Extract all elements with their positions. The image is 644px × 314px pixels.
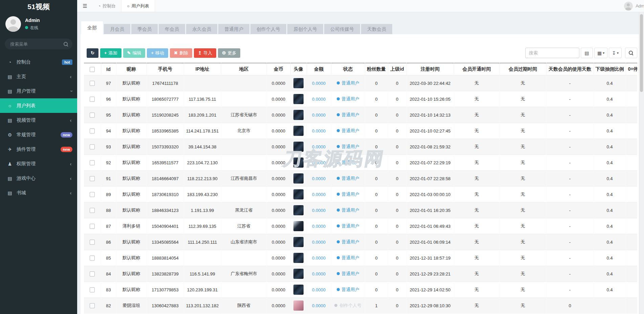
scrollbar-thumb[interactable] (640, 14, 643, 92)
filter-tab-2[interactable]: 季会员 (131, 24, 158, 34)
sidebar-search-input[interactable] (5, 39, 72, 49)
sidebar-item-permission-mgmt[interactable]: ♟权限管理 (0, 156, 77, 171)
status-badge[interactable]: 普通用户 (337, 208, 359, 213)
row-checkbox[interactable] (90, 287, 95, 292)
money-link[interactable]: 0.0000 (312, 208, 326, 213)
money-link[interactable]: 0.0000 (312, 287, 326, 292)
row-checkbox[interactable] (90, 271, 95, 276)
toolbar: ↻+添加✎编辑+移动✖删除↥导入⚙更多 ▤▦↧ (84, 48, 637, 58)
status-badge[interactable]: 普通用户 (337, 192, 359, 197)
tab-user-list[interactable]: ○用户列表 (121, 0, 155, 12)
status-badge[interactable]: 普通用户 (337, 128, 359, 133)
cell-value: 0 (396, 128, 398, 134)
delete-button[interactable]: ✖删除 (170, 48, 192, 58)
row-checkbox[interactable] (90, 303, 95, 308)
row-checkbox[interactable] (90, 144, 95, 149)
cell-value: 0.4 (606, 160, 613, 165)
cell-value: 2022-01-07 22:28:58 (410, 176, 451, 181)
cell-id: 88 (101, 202, 116, 218)
view-list-button[interactable]: ▤ (581, 48, 593, 58)
status-badge[interactable]: 普通用户 (337, 160, 359, 165)
cell-avatar (290, 123, 307, 139)
hamburger-menu-icon[interactable]: ☰ (77, 0, 93, 12)
money-link[interactable]: 0.0000 (312, 224, 326, 229)
money-link[interactable]: 0.0000 (312, 176, 326, 181)
more-button[interactable]: ⚙更多 (218, 48, 241, 58)
money-link[interactable]: 0.0000 (312, 192, 326, 197)
sidebar-item-dashboard[interactable]: ◔控制台hot (0, 55, 77, 69)
status-badge[interactable]: 创作个人号 (334, 303, 361, 308)
row-checkbox[interactable] (90, 176, 95, 181)
sidebar-item-game-center[interactable]: ▤游戏中心 (0, 171, 77, 186)
vertical-scrollbar[interactable] (639, 12, 644, 314)
money-link[interactable]: 0.0000 (312, 97, 326, 102)
cell-use_days: - (546, 155, 594, 171)
cell-value: 2022-01-03 00:00:10 (410, 192, 451, 197)
filter-tab-3[interactable]: 年会员 (159, 24, 185, 34)
money-link[interactable]: 0.0000 (312, 160, 326, 165)
cell-value: 无 (474, 176, 479, 181)
import-button[interactable]: ↥导入 (194, 48, 216, 58)
search-go-button[interactable] (625, 48, 637, 58)
status-badge[interactable]: 普通用户 (337, 255, 359, 260)
table-search-input[interactable] (525, 48, 579, 58)
topbar-user[interactable]: Admin (624, 0, 644, 12)
filter-tab-9[interactable]: 天数会员 (361, 24, 392, 34)
status-badge[interactable]: 普通用户 (337, 80, 359, 86)
sidebar-item-book-city[interactable]: ▤书城 (0, 186, 77, 200)
sidebar-item-user-list[interactable]: ○用户列表 (0, 98, 77, 113)
money-link[interactable]: 0.0000 (312, 128, 326, 134)
cell-phone: 17674111178 (147, 75, 184, 91)
row-checkbox[interactable] (90, 224, 95, 229)
status-badge[interactable]: 普通用户 (337, 223, 359, 228)
money-link[interactable]: 0.0000 (312, 271, 326, 276)
money-link[interactable]: 0.0000 (312, 81, 326, 86)
sidebar-item-home[interactable]: ▤主页 (0, 69, 77, 84)
row-checkbox[interactable] (90, 128, 95, 134)
row-checkbox[interactable] (90, 81, 95, 86)
filter-tab-1[interactable]: 月会员 (104, 24, 130, 34)
money-link[interactable]: 0.0000 (312, 256, 326, 261)
view-grid-button[interactable]: ▦ (594, 48, 607, 58)
status-badge[interactable]: 普通用户 (337, 176, 359, 181)
filter-tab-7[interactable]: 原创个人号 (287, 24, 323, 34)
tab-console[interactable]: ◔控制台 (93, 0, 121, 12)
refresh-button[interactable]: ↻ (87, 48, 98, 58)
money-link[interactable]: 0.0000 (312, 144, 326, 149)
money-link[interactable]: 0.0000 (312, 240, 326, 245)
row-checkbox[interactable] (90, 160, 95, 165)
status-badge[interactable]: 普通用户 (337, 287, 359, 292)
cell-nickname: 默认昵称 (116, 234, 147, 250)
add-button[interactable]: +添加 (100, 48, 121, 58)
select-all-checkbox[interactable] (90, 67, 95, 72)
filter-tab-6[interactable]: 创作个人号 (250, 24, 286, 34)
cell-reg_time: 2022-01-01 16:20:35 (406, 202, 454, 218)
status-dot-icon (337, 129, 340, 132)
filter-tab-0[interactable]: 全部 (81, 21, 103, 34)
money-link[interactable]: 0.0000 (312, 303, 326, 308)
status-badge[interactable]: 普通用户 (337, 239, 359, 244)
sidebar-item-video-mgmt[interactable]: ▤视频管理 (0, 113, 77, 127)
sidebar-item-user-mgmt[interactable]: ▤用户管理 (0, 84, 77, 98)
money-link[interactable]: 0.0000 (312, 113, 326, 118)
row-checkbox[interactable] (90, 208, 95, 213)
sidebar-item-general-mgmt[interactable]: ⚙常规管理new (0, 127, 77, 142)
move-button[interactable]: +移动 (147, 48, 168, 58)
export-button[interactable]: ↧ (609, 48, 622, 58)
status-badge[interactable]: 普通用户 (337, 144, 359, 149)
sidebar-item-plugin-mgmt[interactable]: ✈插件管理new (0, 142, 77, 156)
cell-coins: 0.0000 (267, 187, 290, 202)
row-checkbox[interactable] (90, 256, 95, 261)
status-badge[interactable]: 普通用户 (337, 96, 359, 101)
edit-button[interactable]: ✎编辑 (123, 48, 146, 58)
filter-tab-5[interactable]: 普通用户 (218, 24, 249, 34)
row-checkbox[interactable] (90, 240, 95, 245)
filter-tab-4[interactable]: 永久会员 (186, 24, 217, 34)
status-badge[interactable]: 普通用户 (337, 112, 359, 117)
filter-tab-8[interactable]: 公司传媒号 (324, 24, 360, 34)
status-badge[interactable]: 普通用户 (337, 271, 359, 276)
row-checkbox[interactable] (90, 192, 95, 197)
row-checkbox[interactable] (90, 113, 95, 118)
cell-value: 默认昵称 (123, 255, 140, 260)
row-checkbox[interactable] (90, 97, 95, 102)
